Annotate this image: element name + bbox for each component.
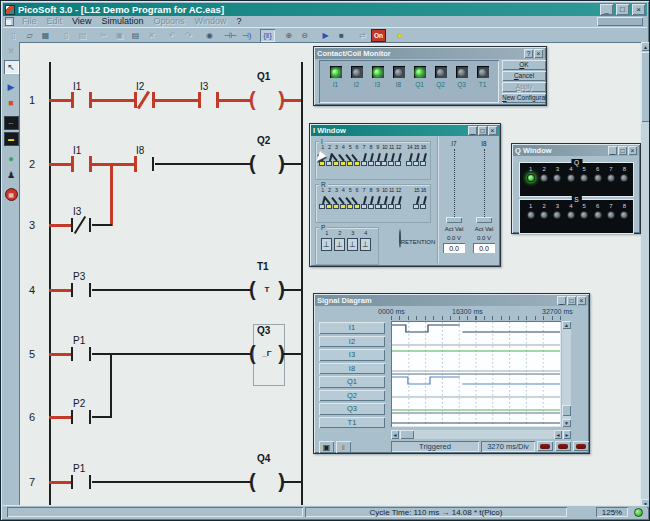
online-button[interactable]: On (371, 29, 386, 42)
input-switch[interactable]: 12 (395, 187, 402, 209)
p-button[interactable]: 4 ⊥ (359, 230, 372, 251)
input-switch[interactable]: 9 (374, 187, 381, 209)
input-switch[interactable]: 7 (360, 144, 367, 166)
menu-simulation[interactable]: Simulation (96, 16, 148, 27)
channel-button[interactable]: I3 (319, 349, 385, 361)
q-window-title-bar[interactable]: Q Window _ □ × (513, 145, 639, 156)
signal-control-button-1[interactable] (537, 441, 553, 451)
maximize-icon[interactable]: □ (567, 296, 576, 305)
signal-title-bar[interactable]: Signal Diagram _ □ × (315, 295, 588, 306)
signal-control-button-3[interactable] (573, 441, 589, 451)
minimize-icon[interactable]: _ (557, 296, 566, 305)
contact-coil-monitor-window[interactable]: Contact/Coil Monitor ? × I1 I2 (313, 46, 547, 106)
minimize-icon[interactable]: _ (608, 146, 617, 155)
monitor-title-bar[interactable]: Contact/Coil Monitor ? × (315, 48, 545, 59)
input-switch[interactable]: 15 (413, 144, 420, 166)
app-icon[interactable] (5, 5, 15, 15)
status-display-button[interactable]: ▬ (4, 132, 19, 146)
zoom-in-button[interactable]: ⊕ (281, 29, 296, 42)
display-window-button[interactable]: ▪▪▪ (4, 116, 19, 130)
channel-button[interactable]: I2 (319, 336, 385, 348)
print-button[interactable]: ▤ (75, 29, 90, 42)
ok-button[interactable]: OK (502, 60, 546, 70)
channel-button[interactable]: I1 (319, 322, 385, 334)
input-switch[interactable]: 14 (406, 144, 413, 166)
contact-monitor-button[interactable]: ● (4, 152, 19, 166)
scroll-up-icon[interactable]: ▲ (641, 42, 650, 51)
scroll-down-icon[interactable]: ▼ (562, 419, 571, 427)
menu-edit[interactable]: Edit (42, 16, 68, 27)
close-icon[interactable]: × (534, 49, 543, 58)
input-switch[interactable]: 11 (388, 144, 395, 166)
open-button[interactable]: ▱ (22, 29, 37, 42)
input-switch[interactable]: 6 (353, 187, 360, 209)
slider-I7[interactable]: I7 Act Val 0.0 V 0.0 (440, 137, 468, 253)
input-switch[interactable]: 9 (374, 144, 381, 166)
diagram-settings-button[interactable]: ‖ (336, 441, 351, 453)
find-button[interactable]: ◉ (202, 29, 217, 42)
close-icon[interactable]: × (628, 146, 637, 155)
channel-button[interactable]: Q1 (319, 376, 385, 388)
input-switch[interactable]: 10 (381, 187, 388, 209)
restore-button[interactable]: □ (616, 4, 629, 15)
input-switch[interactable]: 15 (413, 187, 420, 209)
menu-help[interactable]: ? (231, 16, 246, 27)
document-icon[interactable] (5, 17, 14, 26)
slider-track[interactable] (440, 149, 468, 223)
i-window-title-bar[interactable]: I Window _ □ × (311, 125, 499, 136)
hint-button[interactable]: ● (392, 29, 407, 42)
transfer-button[interactable]: ⇄ (355, 29, 370, 42)
close-icon[interactable]: × (577, 296, 586, 305)
new-button[interactable]: ▯ (6, 29, 21, 42)
coil-Q1[interactable]: () Q1 (249, 89, 285, 111)
scroll-left-icon[interactable]: ◄ (554, 430, 562, 439)
main-vscrollbar[interactable]: ▲ ▼ (641, 42, 650, 508)
channel-button[interactable]: T1 (319, 417, 385, 429)
input-switch[interactable]: 6 (353, 144, 360, 166)
apply-button[interactable]: Apply (502, 82, 546, 92)
scroll-thumb[interactable] (400, 430, 414, 439)
menu-options[interactable]: Options (148, 16, 189, 27)
plot-hscrollbar[interactable]: ◄ ◄ ► (391, 430, 571, 439)
delete-button[interactable]: ✕ (144, 29, 159, 42)
redo-button[interactable]: ↷ (181, 29, 196, 42)
save-button[interactable]: ▦ (38, 29, 53, 42)
analog-value-field[interactable]: 0.0 (443, 243, 465, 253)
wiring-tool-button[interactable]: ✕ (4, 44, 19, 58)
input-switch[interactable]: 11 (388, 187, 395, 209)
input-switch[interactable]: 16 (420, 144, 427, 166)
analog-value-field[interactable]: 0.0 (473, 243, 495, 253)
menu-view[interactable]: View (67, 16, 96, 27)
menu-window[interactable]: Window (189, 16, 231, 27)
q-window[interactable]: Q Window _ □ × Q 1 2 (511, 143, 641, 234)
coil-Q2[interactable]: () Q2 (249, 153, 285, 175)
maximize-icon[interactable]: □ (478, 126, 487, 135)
input-switch[interactable]: 12 (395, 144, 402, 166)
plot-vscrollbar[interactable]: ▲ ▼ (562, 321, 571, 427)
minimize-button[interactable]: _ (600, 4, 613, 15)
i-window[interactable]: I Window _ □ × I 1 2 (309, 123, 501, 267)
copy-button[interactable]: ▣ (112, 29, 127, 42)
slider-handle[interactable] (446, 217, 462, 223)
pico-display-button[interactable]: ▦ (5, 188, 18, 201)
ladder-canvas[interactable]: 1 2 3 4 5 6 7 I1 I2 I3 (19, 42, 641, 508)
copy-to-button[interactable]: ▯ (59, 29, 74, 42)
signal-control-button-2[interactable] (555, 441, 571, 451)
slider-track[interactable] (470, 149, 498, 223)
new-configurator-button[interactable]: New Configurator (502, 93, 546, 103)
scroll-thumb[interactable] (641, 52, 650, 122)
menu-file[interactable]: File (17, 16, 42, 27)
simulation-start-button[interactable]: ▶ (318, 29, 333, 42)
close-icon[interactable]: × (488, 126, 497, 135)
input-switch[interactable]: 16 (420, 187, 427, 209)
scroll-up-icon[interactable]: ▲ (562, 321, 571, 329)
slider-handle[interactable] (476, 217, 492, 223)
coil-symbol-button[interactable]: ⊣) (239, 29, 254, 42)
paste-button[interactable]: ▤ (128, 29, 143, 42)
slider-I8[interactable]: I8 Act Val 0.0 V 0.0 (470, 137, 498, 253)
scroll-left-icon[interactable]: ◄ (391, 430, 399, 439)
simulation-stop-button[interactable]: ■ (334, 29, 349, 42)
channel-button[interactable]: Q2 (319, 390, 385, 402)
zoom-out-button[interactable]: ⊖ (297, 29, 312, 42)
maximize-icon[interactable]: □ (618, 146, 627, 155)
